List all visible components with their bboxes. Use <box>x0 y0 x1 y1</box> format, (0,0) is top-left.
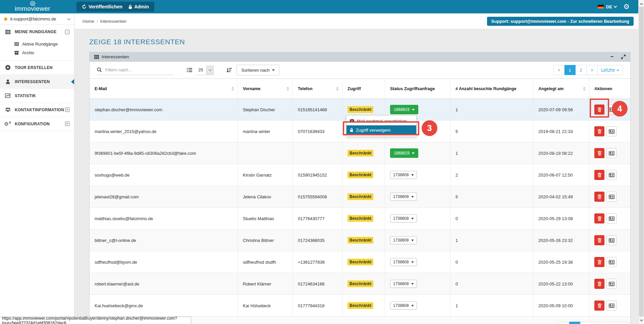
cell-created-text: 2020-05-22 13:00 <box>538 281 573 286</box>
scrollbar-thumb[interactable] <box>639 7 644 317</box>
panel-title: Interessenten <box>102 54 129 59</box>
pagination-last-button[interactable]: Letzte » <box>602 322 628 324</box>
cell-email: matthias.stuebs@falcimmo.de <box>90 208 238 229</box>
pagination-prev-button[interactable]: ‹ <box>558 322 569 324</box>
expand-section-icon[interactable]: + <box>65 108 69 112</box>
menu-item-resend-mail[interactable]: Mail nochmal verschicken <box>346 117 416 125</box>
contact-details-button[interactable] <box>606 235 616 245</box>
cell-email: martina.winter_2015@yahoo.de <box>90 121 238 142</box>
cell-vorname: Kai Hülsebeck <box>238 295 293 316</box>
status-tour-dropdown-button[interactable]: 1868819 <box>390 148 418 158</box>
contact-details-button[interactable] <box>606 170 616 180</box>
cell-telefon-text: 01724634166 <box>298 281 325 286</box>
cell-created: 2019-08-21 22:33 <box>533 121 589 142</box>
contact-details-button[interactable] <box>606 148 616 158</box>
page-size-select[interactable]: 25 <box>196 65 214 75</box>
support-banner[interactable]: Support: support@immoviewer.com - Zur sc… <box>487 17 634 26</box>
minimize-panel-icon[interactable]: − <box>610 54 614 60</box>
sidebar-item-meine-rundgaenge[interactable]: MEINE RUNDGÄNGE − <box>0 25 74 39</box>
contact-details-button[interactable] <box>606 257 616 267</box>
settings-gear-icon[interactable]: ⚙ <box>623 3 630 10</box>
status-tour-dropdown-button[interactable]: 1738608 <box>390 193 417 201</box>
panel-header: Interessenten − <box>90 52 630 62</box>
status-tour-dropdown-button[interactable]: 1738608 <box>390 280 417 288</box>
chart-line-icon <box>5 93 11 98</box>
cell-visits-text: 1 <box>455 151 458 156</box>
column-header[interactable]: E-Mail <box>90 79 238 99</box>
delete-button[interactable] <box>594 148 604 158</box>
contact-details-button[interactable] <box>606 301 616 311</box>
delete-button[interactable] <box>594 126 604 136</box>
sidebar-item-kontaktinformation[interactable]: KONTAKTINFORMATION + <box>0 103 74 117</box>
cell-email-text: Kai.huelsebeck@gmx.de <box>95 303 143 308</box>
pagination-prev-button[interactable]: ‹ <box>553 65 565 75</box>
contact-details-button[interactable] <box>606 126 616 136</box>
sidebar-item-interessenten[interactable]: INTERESSENTEN <box>0 75 74 89</box>
filter-input[interactable] <box>105 67 166 72</box>
cell-visits-text: 5 <box>455 129 458 134</box>
scroll-down-arrow[interactable] <box>639 317 644 323</box>
collapse-section-icon[interactable]: − <box>65 30 69 34</box>
cell-email-text: 9f369801-be5f-4f8a-9d85-c8306a282cb3@fak… <box>95 151 196 156</box>
status-tour-dropdown-button[interactable]: 1738608 <box>390 214 417 222</box>
pagination-page-1[interactable]: 1 <box>565 65 576 75</box>
column-header[interactable]: Telefon <box>293 79 342 99</box>
sidebar-item-aktive-rundgaenge[interactable]: Aktive Rundgänge <box>0 40 74 48</box>
pagination-last-button[interactable]: Letzte » <box>598 65 623 75</box>
sort-by-button[interactable]: Sortieren nach <box>236 65 279 75</box>
delete-button[interactable] <box>594 170 604 180</box>
envelope-icon <box>350 119 354 123</box>
rotate-ccw-icon <box>82 4 87 9</box>
pagination-next-button[interactable]: › <box>587 65 598 75</box>
pagination-page-2[interactable]: 2 <box>580 322 591 324</box>
delete-button[interactable] <box>594 301 604 311</box>
delete-button[interactable] <box>594 105 604 115</box>
delete-button[interactable] <box>594 192 604 202</box>
immoviewer-logo[interactable]: immoviewer <box>7 1 58 12</box>
sidebar-item-archiv[interactable]: Archiv <box>0 48 74 57</box>
cell-telefon: 015165141468 <box>293 99 342 120</box>
column-header[interactable]: Vorname <box>238 79 293 99</box>
pagination-page-1[interactable]: 1 <box>569 322 580 324</box>
status-tour-dropdown-button[interactable]: 1738608 <box>390 236 417 244</box>
publish-button[interactable]: Veröffentlichen <box>82 4 122 9</box>
sidebar-item-statistik[interactable]: STATISTIK <box>0 89 74 103</box>
contact-details-button[interactable] <box>606 279 616 289</box>
status-tour-dropdown-button[interactable]: 1738608 <box>390 171 417 179</box>
delete-button[interactable] <box>594 279 604 289</box>
menu-item-deny-access[interactable]: Zugriff verweigern <box>346 125 416 135</box>
column-header[interactable]: Angelegt am <box>533 79 589 99</box>
sidebar-item-tour-erstellen[interactable]: TOUR ERSTELLEN <box>0 61 74 75</box>
account-selector[interactable]: it-support@falcimmo.de <box>0 13 74 25</box>
scroll-up-arrow[interactable] <box>639 1 644 7</box>
expand-section-icon[interactable]: + <box>65 122 69 126</box>
breadcrumb-home-link[interactable]: Home <box>83 19 94 24</box>
pagination-next-button[interactable]: › <box>591 322 602 324</box>
account-status-dot <box>4 17 7 21</box>
status-tour-dropdown-button[interactable]: 1738608 <box>390 302 417 310</box>
delete-button[interactable] <box>594 257 604 267</box>
table-row: sdfheufhsd@byom.desdfheufhsd dsdfh+13612… <box>90 251 630 273</box>
contact-details-button[interactable] <box>606 105 616 115</box>
contact-details-button[interactable] <box>606 213 616 223</box>
delete-button[interactable] <box>594 235 604 245</box>
delete-button[interactable] <box>594 213 604 223</box>
pagination-page-2[interactable]: 2 <box>576 65 587 75</box>
search-icon <box>97 67 102 72</box>
cell-vorname-text: Christina Bittner <box>243 238 274 243</box>
cell-vorname: Robert Klärner <box>238 273 293 295</box>
contact-details-button[interactable] <box>606 192 616 202</box>
cell-telefon: 01724368035 <box>293 230 342 251</box>
language-selector[interactable]: DE <box>597 4 616 9</box>
table-toolbar: 25 Sortieren nach ‹ <box>90 62 630 78</box>
cell-vorname-text: Kirstin Garnatz <box>243 173 272 178</box>
cell-telefon-text: 015901945152 <box>298 173 327 178</box>
browser-status-bar: https://app.immoviewer.com/portal/#poten… <box>0 317 191 324</box>
admin-button[interactable]: Admin <box>128 4 149 9</box>
expand-panel-icon[interactable] <box>621 55 626 59</box>
browser-scrollbar[interactable] <box>638 0 644 324</box>
cell-email-text: martina.winter_2015@yahoo.de <box>95 129 156 134</box>
status-tour-dropdown-button[interactable]: 1738608 <box>390 258 417 266</box>
sidebar-item-konfiguration[interactable]: ⚙⚙ KONFIGURATION + <box>0 117 74 131</box>
status-tour-dropdown-button[interactable]: 1868819 <box>390 105 418 114</box>
